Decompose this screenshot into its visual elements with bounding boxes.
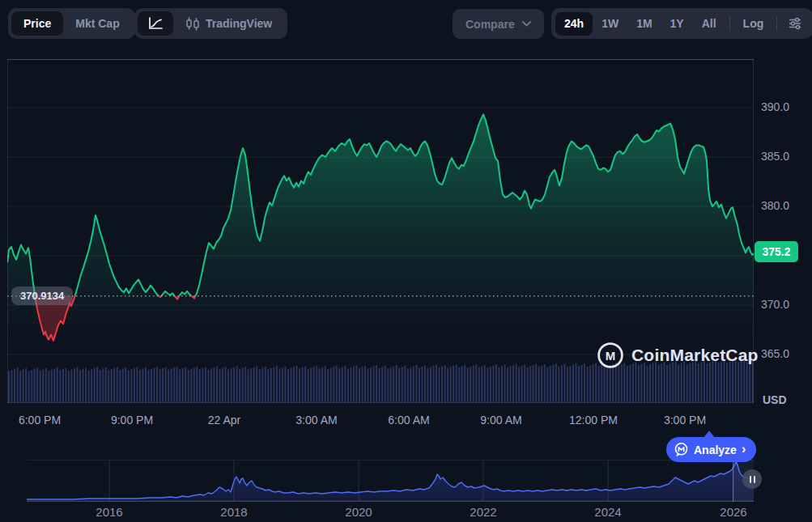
range-1y-button[interactable]: 1Y: [661, 12, 693, 36]
divider: [729, 16, 730, 31]
current-price-badge: 375.2: [755, 241, 798, 262]
svg-text:M: M: [606, 349, 616, 363]
line-chart-icon: [148, 17, 163, 30]
brush-handle-grip-icon: [754, 476, 755, 483]
chart-toolbar: Price Mkt Cap: [0, 0, 812, 47]
y-tick-label: 380.0: [761, 199, 810, 212]
price-chart-page: Price Mkt Cap: [0, 0, 812, 522]
y-tick-label: 370.0: [761, 298, 810, 311]
minimap-year-label: 2016: [96, 505, 122, 519]
chart-type-toggle: TradingView: [134, 8, 287, 39]
x-tick-label: 6:00 PM: [19, 414, 61, 427]
minimap-year-label: 2018: [220, 505, 247, 519]
minimap-year-label: 2022: [470, 505, 496, 519]
x-tick-label: 3:00 PM: [664, 414, 706, 427]
candlestick-icon: [185, 16, 200, 32]
tradingview-label: TradingView: [206, 17, 272, 30]
log-scale-button[interactable]: Log: [734, 12, 773, 36]
price-tab[interactable]: Price: [11, 11, 63, 36]
x-tick-label: 22 Apr: [208, 414, 240, 427]
y-tick-label: 365.0: [761, 347, 810, 360]
compare-label: Compare: [466, 18, 515, 31]
minimap-year-label: 2020: [345, 505, 372, 519]
analyze-button[interactable]: Analyze ›: [666, 437, 756, 462]
x-tick-label: 3:00 AM: [295, 414, 337, 427]
x-tick-label: 6:00 AM: [388, 414, 429, 427]
chevron-down-icon: [522, 21, 531, 27]
price-mktcap-toggle: Price Mkt Cap: [8, 8, 135, 39]
divider: [776, 16, 777, 31]
history-minimap-chart[interactable]: [0, 460, 812, 502]
sliders-icon: [788, 16, 802, 31]
range-24h-button[interactable]: 24h: [555, 12, 593, 36]
coinmarketcap-watermark: M CoinMarketCap: [597, 342, 759, 369]
line-chart-type-button[interactable]: [138, 11, 173, 36]
coinmarketcap-logo-icon: M: [597, 342, 624, 369]
minimap-year-label: 2026: [720, 505, 746, 519]
chart-settings-button[interactable]: [781, 12, 809, 36]
brush-handle[interactable]: [742, 469, 762, 489]
mktcap-tab[interactable]: Mkt Cap: [63, 11, 131, 36]
range-all-button[interactable]: All: [693, 12, 725, 36]
y-tick-label: 385.0: [761, 150, 810, 163]
tradingview-chart-type-button[interactable]: TradingView: [173, 11, 284, 36]
cmc-chat-icon: [674, 442, 689, 457]
range-1w-button[interactable]: 1W: [593, 12, 627, 36]
range-selector: 24h 1W 1M 1Y All Log: [551, 8, 812, 39]
y-tick-label: 390.0: [761, 100, 810, 113]
open-price-label: 370.9134: [11, 286, 73, 305]
chevron-right-icon: ›: [742, 442, 746, 456]
range-1m-button[interactable]: 1M: [627, 12, 661, 36]
price-area-chart[interactable]: 370.9134 M CoinMarketCap: [7, 59, 754, 404]
compare-button[interactable]: Compare: [453, 9, 544, 39]
watermark-text: CoinMarketCap: [631, 346, 759, 365]
x-tick-label: 12:00 PM: [569, 414, 618, 427]
currency-label: USD: [763, 393, 787, 406]
x-tick-label: 9:00 PM: [111, 414, 153, 427]
brush-handle-grip-icon: [750, 476, 751, 483]
x-tick-label: 9:00 AM: [480, 414, 521, 427]
minimap-year-label: 2024: [594, 505, 621, 519]
analyze-label: Analyze: [694, 443, 737, 456]
